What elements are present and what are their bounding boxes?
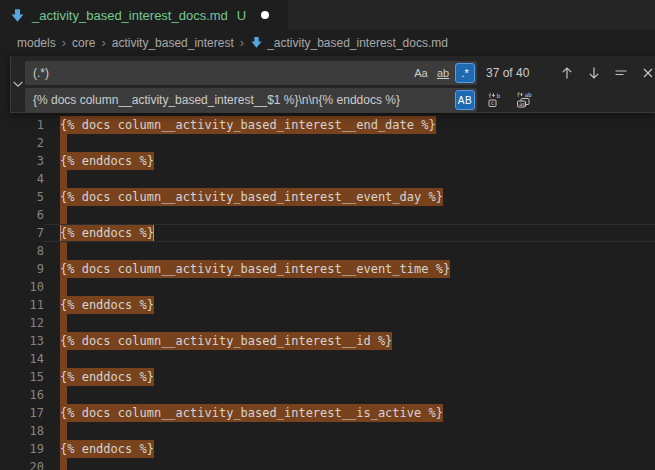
line-number[interactable]: 5 (0, 188, 44, 206)
match-case-button[interactable]: Aa (411, 63, 431, 83)
selection-icon (613, 65, 629, 81)
code-line[interactable]: 7 {% enddocs %} (0, 224, 655, 242)
markdown-file-icon (250, 36, 263, 49)
line-number[interactable]: 1 (0, 116, 44, 134)
find-match-highlight (60, 170, 67, 188)
find-match-highlight (60, 206, 67, 224)
regex-button[interactable]: .* (455, 63, 475, 83)
find-match-highlight (60, 278, 67, 296)
line-number[interactable]: 18 (0, 422, 44, 440)
vscode-window: { "tab": { "filename": "_activity_based_… (0, 0, 655, 470)
next-match-button[interactable] (583, 62, 605, 84)
code-line[interactable]: 17 {% docs column__activity_based_intere… (0, 404, 655, 422)
breadcrumb-item-folder[interactable]: activity_based_interest (112, 36, 234, 50)
line-number[interactable]: 14 (0, 350, 44, 368)
line-number[interactable]: 6 (0, 206, 44, 224)
find-input[interactable]: (.*) Aa ab .* (25, 61, 477, 85)
editor[interactable]: 1 {% docs column__activity_based_interes… (0, 55, 655, 470)
code-line[interactable]: 9 {% docs column__activity_based_interes… (0, 260, 655, 278)
line-number[interactable]: 20 (0, 458, 44, 470)
find-match-highlight: {% docs column__activity_based_interest_… (60, 404, 443, 422)
find-match-highlight (60, 422, 67, 440)
find-in-selection-button[interactable] (610, 62, 632, 84)
line-number[interactable]: 10 (0, 278, 44, 296)
code-line[interactable]: 1 {% docs column__activity_based_interes… (0, 116, 655, 134)
code-line[interactable]: 12 (0, 314, 655, 332)
close-find-button[interactable] (637, 62, 655, 84)
replace-all-button[interactable]: f ab ac (513, 89, 535, 111)
breadcrumb: models › core › activity_based_interest … (0, 30, 655, 55)
code-line[interactable]: 13 {% docs column__activity_based_intere… (0, 332, 655, 350)
breadcrumb-item-models[interactable]: models (17, 36, 56, 50)
results-count: 37 of 40 (486, 66, 556, 80)
find-match-highlight: {% docs column__activity_based_interest_… (60, 116, 436, 134)
find-match-highlight: {% docs column__activity_based_interest_… (60, 260, 450, 278)
code-lines: 1 {% docs column__activity_based_interes… (0, 55, 655, 470)
close-icon (640, 65, 655, 81)
breadcrumb-item-file[interactable]: _activity_based_interest_docs.md (267, 36, 448, 50)
find-match-highlight (60, 242, 67, 260)
code-line[interactable]: 19 {% enddocs %} (0, 440, 655, 458)
previous-match-button[interactable] (556, 62, 578, 84)
line-number[interactable]: 11 (0, 296, 44, 314)
code-line[interactable]: 2 (0, 134, 655, 152)
preserve-case-button[interactable]: AB (455, 90, 475, 110)
breadcrumb-separator: › (240, 35, 244, 50)
code-line[interactable]: 15 {% enddocs %} (0, 368, 655, 386)
arrow-down-icon (586, 65, 602, 81)
find-match-highlight: {% enddocs %} (60, 368, 154, 386)
code-line[interactable]: 6 (0, 206, 655, 224)
tab-activity-docs[interactable]: _activity_based_interest_docs.md U (0, 0, 288, 30)
line-number[interactable]: 12 (0, 314, 44, 332)
line-number[interactable]: 7 (0, 224, 44, 242)
code-line[interactable]: 4 (0, 170, 655, 188)
find-match-highlight: {% enddocs %} (60, 224, 154, 242)
code-line[interactable]: 18 (0, 422, 655, 440)
find-match-highlight (60, 386, 67, 404)
line-number[interactable]: 2 (0, 134, 44, 152)
find-match-highlight: {% docs column__activity_based_interest_… (60, 188, 443, 206)
svg-text:f: f (488, 92, 492, 99)
toggle-replace-button[interactable] (11, 56, 25, 112)
code-line[interactable]: 5 {% docs column__activity_based_interes… (0, 188, 655, 206)
markdown-file-icon (10, 8, 25, 23)
tab-filename: _activity_based_interest_docs.md (32, 8, 228, 23)
code-line[interactable]: 10 (0, 278, 655, 296)
code-line[interactable]: 11 {% enddocs %} (0, 296, 655, 314)
whole-word-button[interactable]: ab (433, 63, 453, 83)
line-number[interactable]: 3 (0, 152, 44, 170)
find-widget: (.*) Aa ab .* 37 of 40 (10, 56, 655, 113)
code-line[interactable]: 8 (0, 242, 655, 260)
find-match-highlight (60, 134, 67, 152)
line-number[interactable]: 9 (0, 260, 44, 278)
line-number[interactable]: 13 (0, 332, 44, 350)
find-match-highlight: {% docs column__activity_based_interest_… (60, 332, 392, 350)
replace-all-icon: f ab ac (516, 92, 532, 108)
svg-text:c: c (491, 99, 495, 106)
code-line[interactable]: 14 (0, 350, 655, 368)
replace-icon: f b c (487, 92, 503, 108)
git-status-badge: U (237, 8, 246, 23)
find-match-highlight (60, 314, 67, 332)
line-number[interactable]: 8 (0, 242, 44, 260)
find-match-highlight: {% enddocs %} (60, 440, 154, 458)
replace-button[interactable]: f b c (484, 89, 506, 111)
line-number[interactable]: 4 (0, 170, 44, 188)
line-number[interactable]: 19 (0, 440, 44, 458)
breadcrumb-item-core[interactable]: core (72, 36, 95, 50)
code-line[interactable]: 3 {% enddocs %} (0, 152, 655, 170)
find-match-highlight (60, 458, 67, 470)
code-line[interactable]: 20 (0, 458, 655, 470)
breadcrumb-separator: › (62, 35, 66, 50)
arrow-up-icon (559, 65, 575, 81)
replace-value-text: {% docs column__activity_based_interest_… (33, 93, 453, 107)
replace-input[interactable]: {% docs column__activity_based_interest_… (25, 88, 477, 112)
code-line[interactable]: 16 (0, 386, 655, 404)
svg-text:b: b (497, 92, 501, 99)
line-number[interactable]: 16 (0, 386, 44, 404)
modified-dot-icon[interactable] (261, 11, 269, 19)
find-match-highlight: {% enddocs %} (60, 296, 154, 314)
line-number[interactable]: 17 (0, 404, 44, 422)
svg-text:ab: ab (525, 92, 533, 98)
line-number[interactable]: 15 (0, 368, 44, 386)
